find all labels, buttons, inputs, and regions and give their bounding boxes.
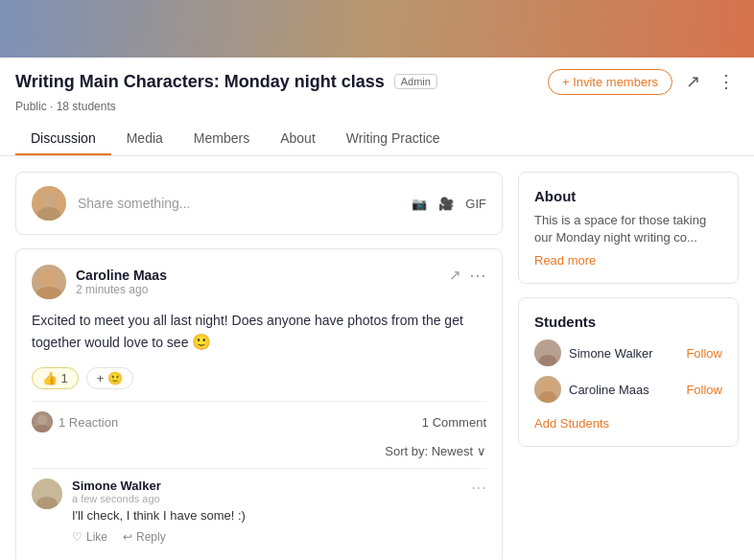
share-box: Share something... 📷 🎥 GIF bbox=[15, 172, 503, 235]
post-header: Caroline Maas 2 minutes ago ↗ ⋯ bbox=[32, 265, 486, 299]
about-description: This is a space for those taking our Mon… bbox=[534, 212, 722, 246]
group-title: Writing Main Characters: Monday night cl… bbox=[15, 72, 385, 92]
svg-point-2 bbox=[40, 269, 58, 287]
about-card: About This is a space for those taking o… bbox=[518, 172, 739, 284]
post-footer: 1 Reaction 1 Comment bbox=[32, 401, 486, 432]
student-row: Simone Walker Follow bbox=[534, 339, 722, 366]
camera-icon[interactable]: 📷 bbox=[412, 197, 427, 211]
share-placeholder[interactable]: Share something... bbox=[78, 196, 191, 211]
like-label: Like bbox=[86, 530, 107, 544]
reply-icon: ↩ bbox=[123, 530, 132, 544]
nav-tabs: Discussion Media Members About Writing P… bbox=[15, 123, 739, 155]
students-card: Students Simone Walker Follow bbox=[518, 297, 739, 447]
current-user-avatar bbox=[32, 186, 66, 221]
about-title: About bbox=[534, 188, 722, 204]
comment-count-label: 1 Comment bbox=[422, 415, 486, 430]
post-author-avatar bbox=[32, 265, 66, 299]
follow-student-1-button[interactable]: Follow bbox=[686, 346, 722, 361]
svg-point-7 bbox=[36, 497, 58, 509]
reply-button[interactable]: ↩ Reply bbox=[123, 530, 166, 544]
sort-bar: Sort by: Newest ∨ bbox=[32, 444, 486, 458]
add-reaction-button[interactable]: + 🙂 bbox=[86, 367, 133, 389]
svg-point-9 bbox=[539, 355, 556, 366]
svg-point-8 bbox=[542, 343, 554, 355]
student-2-name: Caroline Maas bbox=[569, 383, 649, 397]
post-time: 2 minutes ago bbox=[76, 283, 167, 296]
students-list: Simone Walker Follow Caroline Maas Follo… bbox=[534, 339, 722, 403]
like-button[interactable]: ♡ Like bbox=[72, 530, 107, 544]
gif-icon[interactable]: GIF bbox=[465, 197, 486, 211]
share-button[interactable]: ↗ bbox=[682, 67, 704, 96]
comment-text: I'll check, I think I have some! :) bbox=[72, 508, 486, 523]
post-share-icon[interactable]: ↗ bbox=[449, 267, 461, 284]
svg-point-10 bbox=[542, 380, 554, 391]
tab-about[interactable]: About bbox=[265, 123, 331, 155]
comment-body: Simone Walker a few seconds ago ⋯ I'll c… bbox=[72, 478, 486, 544]
comment-actions: ♡ Like ↩ Reply bbox=[72, 530, 486, 544]
comment-more-icon[interactable]: ⋯ bbox=[471, 478, 486, 497]
svg-point-5 bbox=[35, 425, 50, 432]
reaction-buttons: 👍 1 + 🙂 bbox=[32, 367, 486, 389]
svg-point-4 bbox=[37, 415, 47, 425]
reaction-count-label: 1 Reaction bbox=[59, 415, 118, 430]
group-meta: Public · 18 students bbox=[15, 100, 739, 113]
tab-media[interactable]: Media bbox=[111, 123, 178, 155]
sidebar-column: About This is a space for those taking o… bbox=[518, 172, 739, 460]
post-body: Excited to meet you all last night! Does… bbox=[32, 311, 486, 354]
tab-discussion[interactable]: Discussion bbox=[15, 123, 111, 155]
student-row: Caroline Maas Follow bbox=[534, 376, 722, 403]
student-2-avatar bbox=[534, 376, 561, 403]
student-1-name: Simone Walker bbox=[569, 346, 653, 361]
admin-badge: Admin bbox=[394, 74, 437, 89]
header-actions: + Invite members ↗ ⋮ bbox=[548, 67, 739, 96]
post-card: Caroline Maas 2 minutes ago ↗ ⋯ Excited … bbox=[15, 248, 503, 560]
post-author-name: Caroline Maas bbox=[76, 268, 167, 283]
comment-author-name: Simone Walker bbox=[72, 478, 161, 493]
post-emoji: 🙂 bbox=[192, 334, 211, 350]
hero-banner bbox=[0, 0, 754, 58]
thumbs-up-reaction[interactable]: 👍 1 bbox=[32, 367, 79, 389]
tab-writing-practice[interactable]: Writing Practice bbox=[331, 123, 456, 155]
main-layout: Share something... 📷 🎥 GIF Caroline Maas… bbox=[0, 156, 754, 560]
student-1-avatar bbox=[534, 339, 561, 366]
share-actions: 📷 🎥 GIF bbox=[412, 197, 486, 211]
svg-point-6 bbox=[40, 483, 54, 497]
read-more-link[interactable]: Read more bbox=[534, 253, 596, 268]
more-options-button[interactable]: ⋮ bbox=[714, 67, 739, 96]
svg-point-11 bbox=[539, 391, 556, 403]
tab-members[interactable]: Members bbox=[178, 123, 265, 155]
add-students-link[interactable]: Add Students bbox=[534, 416, 609, 431]
follow-student-2-button[interactable]: Follow bbox=[686, 383, 722, 397]
reply-label: Reply bbox=[136, 530, 166, 544]
sort-label[interactable]: Sort by: Newest bbox=[385, 444, 473, 458]
svg-point-1 bbox=[37, 207, 60, 221]
video-icon[interactable]: 🎥 bbox=[438, 197, 454, 211]
comment-time: a few seconds ago bbox=[72, 493, 161, 504]
heart-icon: ♡ bbox=[72, 530, 82, 544]
page-header: Writing Main Characters: Monday night cl… bbox=[0, 58, 754, 156]
svg-point-3 bbox=[36, 287, 61, 299]
comment-author-avatar bbox=[32, 478, 62, 509]
comment-item: Simone Walker a few seconds ago ⋯ I'll c… bbox=[32, 468, 486, 549]
sort-chevron-icon[interactable]: ∨ bbox=[477, 444, 486, 458]
svg-point-0 bbox=[41, 193, 57, 208]
invite-members-button[interactable]: + Invite members bbox=[548, 69, 672, 95]
reactor-avatar bbox=[32, 411, 53, 432]
feed-column: Share something... 📷 🎥 GIF Caroline Maas… bbox=[15, 172, 503, 560]
students-title: Students bbox=[534, 314, 722, 330]
post-more-icon[interactable]: ⋯ bbox=[469, 265, 486, 286]
